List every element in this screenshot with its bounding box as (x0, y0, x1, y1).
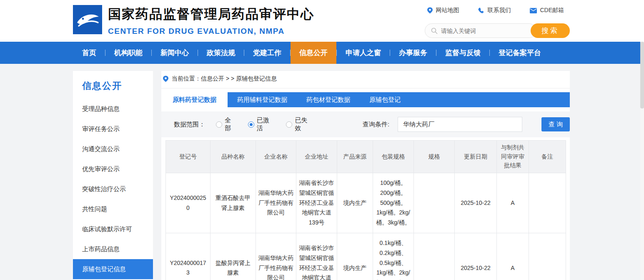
sidebar-title: 信息公开 (73, 71, 153, 99)
header-link-2[interactable]: CDE邮箱 (530, 7, 564, 14)
table-header-cell: 备注 (529, 141, 566, 173)
search-area: 搜索 (425, 23, 570, 38)
table-cell: 境内生产 (337, 173, 373, 233)
sidebar-item-8[interactable]: 原辅包登记信息 (73, 259, 153, 279)
nav-item-3[interactable]: 政策法规 (198, 42, 244, 64)
table-row: Y20240000250重酒石酸去甲肾上腺素湖南华纳大药厂手性药物有限公司湖南省… (166, 173, 566, 233)
table-cell: 境内生产 (337, 233, 373, 280)
table-cell (414, 233, 455, 280)
registration-table: 登记号品种名称企业名称企业地址产品来源包装规格规格更新日期与制剂共同审评审批结果… (165, 140, 566, 280)
header-link-label: CDE邮箱 (540, 7, 564, 14)
table-cell: Y20240000250 (166, 173, 210, 233)
table-cell (414, 173, 455, 233)
table-header-cell: 更新日期 (455, 141, 497, 173)
title-block: 国家药品监督管理局药品审评中心 CENTER FOR DRUG EVALUATI… (108, 5, 314, 36)
site-logo[interactable] (73, 5, 102, 34)
table-cell: A (497, 233, 529, 280)
scrollbar-thumb[interactable] (640, 42, 644, 108)
tab-3[interactable]: 原辅包登记 (360, 92, 410, 107)
nav-item-9[interactable]: 登记备案平台 (490, 42, 550, 64)
cde-logo-icon (73, 5, 102, 34)
radio-group: 全部已激活已失效 (205, 116, 313, 132)
table-cell: A (497, 173, 529, 233)
table-cell (529, 173, 566, 233)
sidebar-item-3[interactable]: 优先审评公示 (73, 159, 153, 179)
page: 国家药品监督管理局药品审评中心 CENTER FOR DRUG EVALUATI… (0, 0, 644, 280)
search-input[interactable] (441, 28, 520, 34)
search-button[interactable]: 搜索 (531, 23, 570, 38)
nav-item-7[interactable]: 办事服务 (390, 42, 436, 64)
tab-0[interactable]: 原料药登记数据 (161, 92, 228, 107)
nav-item-1[interactable]: 机构职能 (105, 42, 151, 64)
sidebar-item-2[interactable]: 沟通交流公示 (73, 139, 153, 159)
tab-2[interactable]: 药包材登记数据 (297, 92, 360, 107)
sidebar-items: 受理品种信息审评任务公示沟通交流公示优先审评公示突破性治疗公示共性问题临床试验默… (73, 99, 153, 279)
sidebar-item-1[interactable]: 审评任务公示 (73, 119, 153, 139)
table-cell: 重酒石酸去甲肾上腺素 (210, 173, 256, 233)
table-cell: 100g/桶。200g/桶。500g/桶。1kg/桶。2kg/桶。3kg/桶。 (373, 173, 414, 233)
breadcrumb: 当前位置：信息公开 > > 原辅包登记信息 (161, 71, 570, 88)
phone-icon (478, 8, 484, 14)
breadcrumb-text: 当前位置：信息公开 > > 原辅包登记信息 (172, 75, 277, 83)
radio-option-0[interactable]: 全部 (216, 116, 237, 132)
radio-circle (216, 121, 222, 128)
header-link-0[interactable]: 网站地图 (427, 7, 459, 14)
radio-circle (248, 121, 254, 128)
table-cell: 2025-10-22 (455, 233, 497, 280)
table-header-cell: 包装规格 (373, 141, 414, 173)
search-box (425, 23, 536, 38)
header-link-label: 联系我们 (487, 7, 511, 14)
nav-item-4[interactable]: 党建工作 (244, 42, 290, 64)
location-pin-icon (163, 76, 168, 82)
radio-label: 已失效 (295, 116, 313, 132)
table-header-cell: 产品来源 (337, 141, 373, 173)
table-header-row: 登记号品种名称企业名称企业地址产品来源包装规格规格更新日期与制剂共同审评审批结果… (166, 141, 566, 173)
table-header-cell: 登记号 (166, 141, 210, 173)
header-link-label: 网站地图 (436, 7, 459, 14)
query-input[interactable] (398, 117, 522, 132)
filter-query-label: 查询条件: (363, 121, 389, 129)
header-link-1[interactable]: 联系我们 (478, 7, 511, 14)
location-pin-icon (427, 7, 433, 14)
table-row: Y20240000173盐酸异丙肾上腺素湖南华纳大药厂手性药物有限公司湖南省长沙… (166, 233, 566, 280)
nav-item-2[interactable]: 新闻中心 (152, 42, 198, 64)
tab-bar: 原料药登记数据药用辅料登记数据药包材登记数据原辅包登记 (161, 92, 570, 107)
header-links: 网站地图联系我们CDE邮箱 (427, 7, 564, 14)
sidebar-item-0[interactable]: 受理品种信息 (73, 99, 153, 119)
filter-scope-label: 数据范围： (174, 121, 205, 129)
table-header-cell: 规格 (414, 141, 455, 173)
site-title: 国家药品监督管理局药品审评中心 (108, 5, 314, 23)
nav-item-0[interactable]: 首页 (73, 42, 105, 64)
sidebar-item-6[interactable]: 临床试验默示许可 (73, 219, 153, 239)
table-wrap: 登记号品种名称企业名称企业地址产品来源包装规格规格更新日期与制剂共同审评审批结果… (165, 140, 566, 280)
sidebar-item-4[interactable]: 突破性治疗公示 (73, 179, 153, 199)
radio-label: 全部 (225, 116, 237, 132)
table-cell: 湖南华纳大药厂手性药物有限公司 (256, 173, 296, 233)
table-header-cell: 与制剂共同审评审批结果 (497, 141, 529, 173)
envelope-icon (530, 8, 537, 13)
radio-label: 已激活 (257, 116, 276, 132)
main-nav: 首页机构职能新闻中心政策法规党建工作信息公开申请人之窗办事服务监督与反馈登记备案… (0, 42, 644, 64)
search-icon (431, 28, 438, 34)
table-cell: 盐酸异丙肾上腺素 (210, 233, 256, 280)
query-button[interactable]: 查 询 (541, 117, 570, 131)
table-cell: 湖南省长沙市望城区铜官循环经济工业基地铜官大道139号 (296, 233, 337, 280)
nav-item-6[interactable]: 申请人之窗 (337, 42, 390, 64)
sidebar-item-7[interactable]: 上市药品信息 (73, 239, 153, 259)
radio-circle (286, 121, 292, 128)
table-cell: 湖南华纳大药厂手性药物有限公司 (256, 233, 296, 280)
filter-bar: 数据范围： 全部已激活已失效 查询条件: 查 询 (161, 111, 570, 137)
sidebar: 信息公开 受理品种信息审评任务公示沟通交流公示优先审评公示突破性治疗公示共性问题… (73, 71, 153, 280)
sidebar-item-5[interactable]: 共性问题 (73, 199, 153, 219)
scrollbar-track (640, 0, 644, 280)
table-cell: 2025-10-22 (455, 173, 497, 233)
tab-1[interactable]: 药用辅料登记数据 (228, 92, 297, 107)
main-area: 信息公开 受理品种信息审评任务公示沟通交流公示优先审评公示突破性治疗公示共性问题… (0, 64, 644, 280)
table-cell: 湖南省长沙市望城区铜官循环经济工业基地铜官大道139号 (296, 173, 337, 233)
radio-option-2[interactable]: 已失效 (286, 116, 313, 132)
nav-item-8[interactable]: 监督与反馈 (436, 42, 489, 64)
table-header-cell: 企业地址 (296, 141, 337, 173)
radio-option-1[interactable]: 已激活 (248, 116, 276, 132)
site-subtitle: CENTER FOR DRUG EVALUATION, NMPA (108, 27, 314, 36)
nav-item-5[interactable]: 信息公开 (291, 42, 336, 64)
